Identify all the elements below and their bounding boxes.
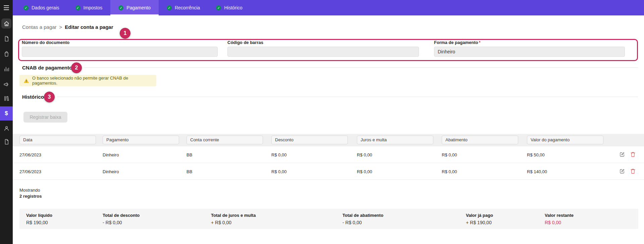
tab-recorrencia[interactable]: ✓ Recorrência [159, 0, 208, 15]
showing-label: Mostrando [19, 188, 40, 193]
breadcrumb-current: Editar conta a pagar [65, 24, 113, 30]
summary-valor-liquido: Valor líquido R$ 190,00 [26, 213, 52, 225]
registrar-baixa-button[interactable]: Registrar baixa [23, 112, 67, 123]
numero-documento-input[interactable] [22, 47, 218, 57]
sidebar-item-files[interactable] [0, 135, 13, 149]
field-numero-documento: Número do documento [22, 40, 218, 57]
codigo-barras-input[interactable] [227, 47, 419, 57]
menu-icon[interactable] [0, 1, 13, 15]
cell-conta-corrente: BB [186, 169, 263, 174]
sidebar-item-ledger[interactable] [0, 91, 13, 105]
edit-icon [619, 168, 625, 174]
sidebar-item-documents[interactable] [0, 32, 13, 46]
field-codigo-barras: Código de barras [227, 40, 419, 57]
cell-desconto: R$ 0,00 [271, 169, 348, 174]
delete-row-button[interactable] [630, 151, 636, 157]
summary-valor-ja-pago: Valor já pago + R$ 190,00 [466, 213, 493, 225]
field-label: Número do documento [22, 40, 218, 45]
cell-valor-pagamento: R$ 140,00 [527, 169, 603, 174]
column-filter-conta-corrente[interactable]: Conta corrente [186, 136, 263, 144]
check-circle-icon: ✓ [23, 5, 29, 10]
edit-row-button[interactable] [619, 151, 625, 157]
totals-summary-bar: Valor líquido R$ 190,00 Total de descont… [19, 209, 638, 229]
forma-pagamento-input[interactable] [434, 47, 625, 57]
cell-pagamento: Dinheiro [103, 169, 179, 174]
warning-text: O banco selecionado não permite gerar CN… [32, 76, 152, 86]
column-filter-abatimento[interactable]: Abatimento [442, 136, 518, 144]
tab-label: Recorrência [175, 5, 200, 10]
breadcrumb: Contas a pagar > Editar conta a pagar [22, 24, 113, 30]
hamburger-icon [4, 5, 9, 10]
tab-historico[interactable]: ✓ Histórico [208, 0, 250, 15]
sidebar: $ [0, 0, 13, 244]
app-window: $ ✓ Dados gerais ✓ Impostos ✓ Pagamento … [0, 0, 644, 244]
tab-dados-gerais[interactable]: ✓ Dados gerais [15, 0, 67, 15]
trash-icon [630, 151, 636, 157]
field-label: Código de barras [227, 40, 419, 45]
table-row: 27/06/2023 Dinheiro BB R$ 0,00 R$ 0,00 R… [13, 146, 644, 163]
check-circle-icon: ✓ [167, 5, 172, 10]
shopping-bag-icon [3, 51, 10, 57]
cell-abatimento: R$ 0,00 [442, 169, 518, 174]
tab-impostos[interactable]: ✓ Impostos [67, 0, 111, 15]
field-label: Forma de pagamento* [434, 40, 625, 45]
edit-icon [619, 151, 625, 157]
cell-pagamento: Dinheiro [103, 152, 179, 157]
breadcrumb-parent[interactable]: Contas a pagar [22, 24, 57, 30]
tab-label: Impostos [84, 5, 103, 10]
annotation-badge-1: 1 [120, 28, 130, 39]
summary-total-desconto: Total de desconto - R$ 0,00 [103, 213, 140, 225]
main-content: Contas a pagar > Editar conta a pagar 1 … [13, 15, 644, 244]
column-filter-juros-multa[interactable]: Juros e multa [357, 136, 433, 144]
tab-label: Pagamento [126, 5, 151, 10]
summary-valor-restante: Valor restante R$ 0,00 [545, 213, 574, 225]
table-row: 27/06/2023 Dinheiro BB R$ 0,00 R$ 0,00 R… [13, 163, 644, 180]
edit-row-button[interactable] [619, 168, 625, 174]
table-header: Data Pagamento Conta corrente Desconto J… [13, 134, 644, 146]
dollar-icon: $ [5, 110, 8, 117]
check-circle-icon: ✓ [216, 5, 221, 10]
trash-icon [630, 168, 636, 174]
required-asterisk: * [479, 40, 480, 45]
records-count: Mostrando 2 registros [19, 187, 42, 199]
annotation-badge-3: 3 [44, 92, 55, 102]
cell-conta-corrente: BB [186, 152, 263, 157]
table-body: 27/06/2023 Dinheiro BB R$ 0,00 R$ 0,00 R… [13, 146, 644, 180]
check-circle-icon: ✓ [118, 5, 123, 10]
delete-row-button[interactable] [630, 168, 636, 174]
sidebar-item-clients[interactable] [0, 121, 13, 135]
section-divider [84, 67, 638, 68]
check-circle-icon: ✓ [75, 5, 80, 10]
summary-total-juros-multa: Total de juros e multa + R$ 0,00 [211, 213, 256, 225]
person-icon [3, 125, 10, 132]
cell-data: 27/06/2023 [19, 152, 96, 157]
home-icon [1, 18, 11, 29]
cnab-section-title: CNAB de pagamento [22, 65, 72, 70]
sidebar-item-announcements[interactable] [0, 77, 13, 91]
bar-chart-icon [3, 66, 10, 72]
cell-data: 27/06/2023 [19, 169, 96, 174]
cell-juros-multa: R$ 0,00 [357, 152, 433, 157]
cell-abatimento: R$ 0,00 [442, 152, 518, 157]
sidebar-item-reports[interactable] [0, 62, 13, 76]
cell-valor-pagamento: R$ 50,00 [527, 152, 603, 157]
warning-icon [23, 78, 29, 84]
tab-pagamento-active[interactable]: ✓ Pagamento [110, 0, 159, 15]
books-icon [3, 95, 10, 102]
column-filter-data[interactable]: Data [19, 136, 96, 144]
column-filter-pagamento[interactable]: Pagamento [103, 136, 179, 144]
summary-total-abatimento: Total de abatimento - R$ 0,00 [342, 213, 383, 225]
megaphone-icon [3, 81, 10, 88]
column-filter-valor-pagamento[interactable]: Valor do pagamento [527, 136, 603, 144]
tab-label: Histórico [224, 5, 242, 10]
column-filter-desconto[interactable]: Desconto [271, 136, 348, 144]
sidebar-item-home[interactable] [0, 16, 13, 31]
historico-section-title: Histórico [22, 94, 44, 100]
breadcrumb-separator: > [59, 24, 62, 30]
tab-label: Dados gerais [32, 5, 59, 10]
sidebar-item-finance-active[interactable]: $ [0, 106, 13, 120]
wizard-tabs-bar: ✓ Dados gerais ✓ Impostos ✓ Pagamento ✓ … [13, 0, 644, 15]
section-divider [57, 97, 638, 97]
sidebar-item-purchases[interactable] [0, 47, 13, 61]
showing-count: 2 registros [19, 194, 42, 199]
